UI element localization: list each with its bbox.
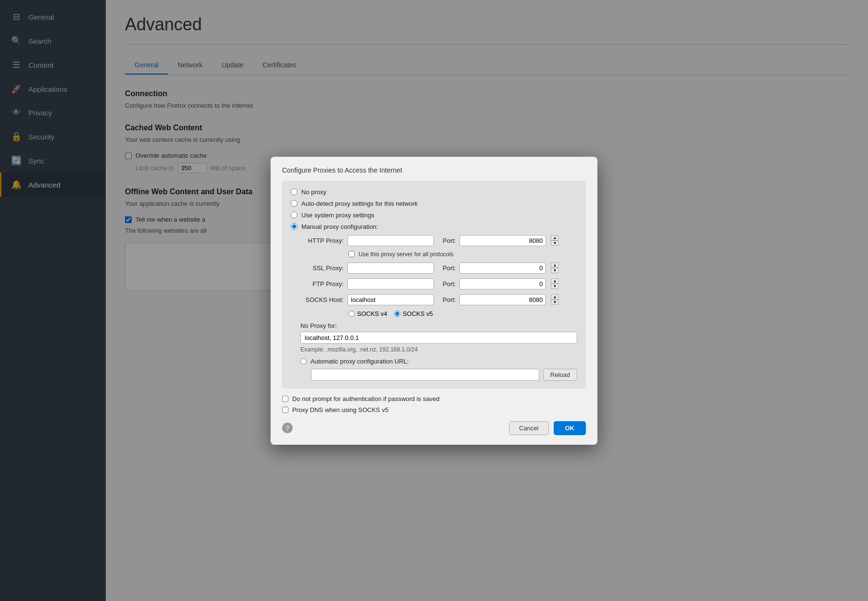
dialog-overlay: Configure Proxies to Access the Internet…: [0, 0, 868, 601]
http-proxy-label: HTTP Proxy:: [300, 237, 344, 244]
no-proxy-row: No proxy: [291, 188, 577, 196]
ftp-proxy-input[interactable]: [347, 278, 434, 289]
socks-v5-radio[interactable]: [394, 311, 400, 317]
proxy-fields: HTTP Proxy: Port: ▲ ▼ Use this proxy ser…: [300, 235, 577, 381]
ssl-port-stepper: ▲ ▼: [551, 263, 558, 273]
use-system-row: Use system proxy settings: [291, 212, 577, 219]
no-auth-prompt-label: Do not prompt for authentication if pass…: [292, 395, 439, 402]
socks-v5-label: SOCKS v5: [403, 310, 433, 317]
footer-buttons: Cancel OK: [509, 421, 586, 435]
auto-detect-row: Auto-detect proxy settings for this netw…: [291, 200, 577, 207]
no-proxy-section: No Proxy for: Example: .mozilla.org, .ne…: [300, 322, 577, 353]
manual-proxy-row: Manual proxy configuration:: [291, 223, 577, 230]
auto-proxy-url-row: Reload: [311, 369, 577, 381]
socks-port-down[interactable]: ▼: [551, 300, 558, 305]
auto-proxy-row: Automatic proxy configuration URL:: [300, 358, 577, 365]
reload-button[interactable]: Reload: [543, 369, 577, 381]
cancel-button[interactable]: Cancel: [509, 421, 548, 435]
ftp-proxy-label: FTP Proxy:: [300, 280, 344, 288]
dialog-title: Configure Proxies to Access the Internet: [282, 166, 586, 174]
example-text: Example: .mozilla.org, .net.nz, 192.168.…: [300, 346, 577, 353]
ok-button[interactable]: OK: [554, 421, 586, 435]
use-all-protocols-checkbox[interactable]: [348, 251, 355, 257]
no-proxy-label: No proxy: [301, 188, 326, 196]
ssl-port-label: Port:: [443, 264, 456, 272]
socks-v4-label: SOCKS v4: [357, 310, 387, 317]
auto-detect-label: Auto-detect proxy settings for this netw…: [301, 200, 418, 207]
socks-v4-option: SOCKS v4: [348, 310, 387, 317]
ftp-port-label: Port:: [443, 280, 456, 288]
manual-proxy-label: Manual proxy configuration:: [301, 223, 378, 230]
socks-host-input[interactable]: [347, 294, 434, 305]
ftp-port-up[interactable]: ▲: [551, 278, 558, 284]
http-proxy-input[interactable]: [347, 235, 434, 246]
ssl-port-input[interactable]: [459, 263, 546, 274]
no-proxy-for-label: No Proxy for:: [300, 322, 577, 329]
no-auth-prompt-row: Do not prompt for authentication if pass…: [282, 395, 586, 402]
proxy-dns-label: Proxy DNS when using SOCKS v5: [292, 406, 388, 413]
ftp-proxy-row: FTP Proxy: Port: ▲ ▼: [300, 278, 577, 289]
socks-version-row: SOCKS v4 SOCKS v5: [348, 310, 577, 317]
no-proxy-for-input[interactable]: [300, 332, 577, 344]
socks-port-up[interactable]: ▲: [551, 294, 558, 300]
http-port-input[interactable]: [459, 235, 546, 246]
ftp-port-stepper: ▲ ▼: [551, 278, 558, 289]
use-system-label: Use system proxy settings: [301, 212, 374, 219]
ftp-port-down[interactable]: ▼: [551, 284, 558, 289]
no-auth-prompt-checkbox[interactable]: [282, 396, 288, 402]
ssl-proxy-row: SSL Proxy: Port: ▲ ▼: [300, 263, 577, 274]
http-port-down[interactable]: ▼: [551, 240, 558, 246]
auto-detect-radio[interactable]: [291, 200, 298, 207]
ssl-proxy-label: SSL Proxy:: [300, 264, 344, 272]
http-port-label: Port:: [443, 237, 456, 244]
socks-port-label: Port:: [443, 296, 456, 303]
ssl-proxy-input[interactable]: [347, 263, 434, 274]
ftp-port-input[interactable]: [459, 278, 546, 289]
help-button[interactable]: ?: [282, 423, 293, 433]
use-system-radio[interactable]: [291, 212, 298, 218]
proxy-dialog: Configure Proxies to Access the Internet…: [271, 157, 597, 445]
socks-host-row: SOCKS Host: Port: ▲ ▼: [300, 294, 577, 305]
http-port-up[interactable]: ▲: [551, 235, 558, 240]
socks-port-stepper: ▲ ▼: [551, 294, 558, 305]
proxy-dns-checkbox[interactable]: [282, 407, 288, 413]
ssl-port-up[interactable]: ▲: [551, 263, 558, 268]
socks-v4-radio[interactable]: [348, 311, 355, 317]
dialog-inner: No proxy Auto-detect proxy settings for …: [282, 181, 586, 388]
use-all-protocols-row: Use this proxy server for all protocols: [348, 251, 577, 258]
auto-proxy-label: Automatic proxy configuration URL:: [310, 358, 409, 365]
dialog-bottom-checks: Do not prompt for authentication if pass…: [282, 395, 586, 413]
auto-proxy-radio[interactable]: [300, 358, 307, 364]
http-port-stepper: ▲ ▼: [551, 235, 558, 246]
http-proxy-row: HTTP Proxy: Port: ▲ ▼: [300, 235, 577, 246]
socks-host-label: SOCKS Host:: [300, 296, 344, 303]
manual-proxy-radio[interactable]: [291, 223, 298, 230]
socks-v5-option: SOCKS v5: [394, 310, 433, 317]
ssl-port-down[interactable]: ▼: [551, 268, 558, 273]
no-proxy-radio[interactable]: [291, 188, 298, 195]
proxy-dns-row: Proxy DNS when using SOCKS v5: [282, 406, 586, 413]
socks-port-input[interactable]: [459, 294, 546, 305]
use-all-protocols-label: Use this proxy server for all protocols: [359, 251, 453, 258]
dialog-footer: ? Cancel OK: [282, 421, 586, 435]
auto-proxy-url-input[interactable]: [311, 369, 539, 381]
